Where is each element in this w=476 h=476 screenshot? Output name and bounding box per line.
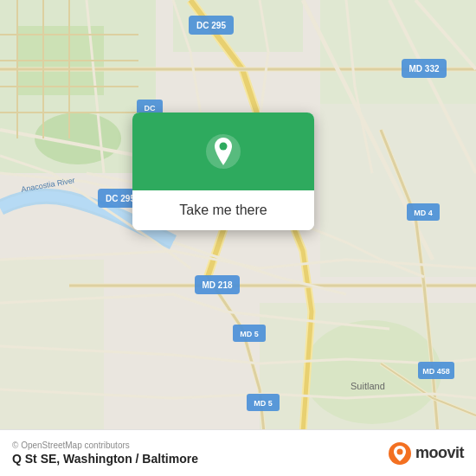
svg-text:DC 295: DC 295 [106, 194, 135, 203]
svg-text:MD 4: MD 4 [414, 209, 433, 217]
moovit-logo: moovit [388, 441, 464, 466]
popup-card: Take me there [132, 113, 314, 230]
bottom-left: © OpenStreetMap contributors Q St SE, Wa… [12, 441, 198, 466]
popup-header [132, 113, 314, 190]
attribution-text: © OpenStreetMap contributors [12, 441, 198, 450]
location-pin-icon [204, 132, 242, 170]
moovit-text: moovit [415, 444, 464, 462]
svg-text:MD 218: MD 218 [202, 280, 232, 290]
svg-point-33 [396, 448, 402, 454]
moovit-brand-icon [388, 441, 412, 466]
svg-text:MD 332: MD 332 [408, 64, 439, 74]
svg-point-31 [220, 143, 228, 151]
location-label: Q St SE, Washington / Baltimore [12, 452, 198, 466]
bottom-bar: © OpenStreetMap contributors Q St SE, Wa… [0, 429, 476, 476]
svg-text:MD 5: MD 5 [240, 330, 259, 338]
svg-text:MD 5: MD 5 [254, 399, 273, 408]
map-background: DC 295 DC DC 295 MD 332 MD 218 MD 5 MD 5… [0, 0, 476, 476]
map-container: DC 295 DC DC 295 MD 332 MD 218 MD 5 MD 5… [0, 0, 476, 476]
svg-text:DC: DC [145, 104, 156, 113]
svg-text:DC 295: DC 295 [196, 21, 226, 30]
svg-text:Suitland: Suitland [351, 381, 385, 391]
svg-text:MD 458: MD 458 [422, 367, 450, 376]
take-me-there-button[interactable]: Take me there [132, 190, 314, 230]
